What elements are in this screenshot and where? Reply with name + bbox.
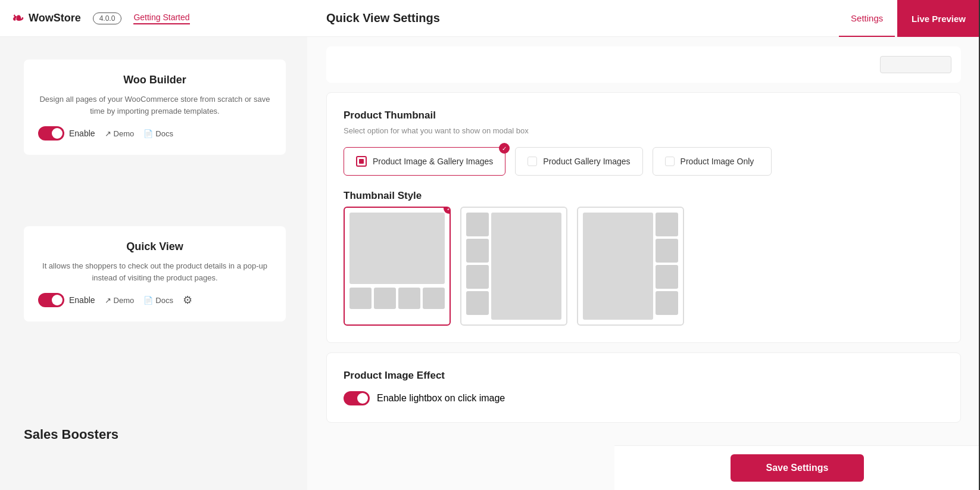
selected-thumb-icon [356,156,367,167]
style3-side-thumb-1 [656,213,678,236]
quick-view-settings-icon[interactable]: ⚙ [183,294,192,307]
lightbox-toggle-label: Enable lightbox on click image [377,393,505,404]
woo-builder-actions: Enable ↗ Demo 📄 Docs [38,126,271,141]
thumbnail-style-2[interactable] [460,207,567,326]
external-link-icon-2: ↗ [105,296,111,305]
tab-settings[interactable]: Settings [839,0,895,37]
style3-layout [583,213,678,320]
logo-text: WowStore [29,12,81,24]
doc-icon: 📄 [143,129,153,138]
thumbnail-option-gallery[interactable]: Product Gallery Images [515,147,642,176]
style2-side-thumbs [466,213,489,320]
effect-section-title: Product Image Effect [344,370,944,382]
lightbox-toggle[interactable] [344,391,370,405]
product-thumbnail-section: Product Thumbnail Select option for what… [326,92,961,343]
style3-main-image [583,213,653,320]
quick-view-actions: Enable ↗ Demo 📄 Docs ⚙ [38,293,271,307]
thumbnail-style-title: Thumbnail Style [344,190,944,202]
thumbnail-option-label-1: Product Image & Gallery Images [373,157,493,166]
quick-view-card: Quick View It allows the shoppers to che… [24,226,286,322]
quick-view-demo-link[interactable]: ↗ Demo [105,296,135,305]
quick-view-enable-label: Enable [69,295,95,305]
style3-side-thumbs [656,213,678,320]
doc-icon-2: 📄 [143,296,153,305]
quick-view-docs-link[interactable]: 📄 Docs [143,296,173,305]
panel-header: Quick View Settings Settings Design Live… [307,0,980,37]
style3-side-thumb-3 [656,265,678,289]
quick-view-toggle-wrap: Enable [38,293,95,307]
quick-view-toggle[interactable] [38,293,64,307]
thumbnail-options: ✓ Product Image & Gallery Images Product… [344,147,944,176]
thumbnail-style-options: ✓ [344,207,944,326]
lightbox-toggle-row: Enable lightbox on click image [344,391,944,405]
woo-builder-demo-link[interactable]: ↗ Demo [105,129,135,138]
style3-side-thumb-2 [656,239,678,263]
thumb-icon-inner [359,159,364,164]
logo-icon: ❧ [12,10,24,27]
style1-thumbs-row [349,288,445,309]
external-link-icon: ↗ [105,129,111,138]
style2-side-thumb-1 [466,213,489,236]
panel-body: Product Thumbnail Select option for what… [307,37,980,490]
woo-builder-docs-link[interactable]: 📄 Docs [143,129,173,138]
thumbnail-style-3[interactable] [577,207,684,326]
quick-view-settings-panel: Quick View Settings Settings Design Live… [307,0,980,490]
style1-main-image [349,213,445,284]
woo-builder-toggle[interactable] [38,126,64,141]
woo-builder-desc: Design all pages of your WooCommerce sto… [38,93,271,117]
getting-started-link[interactable]: Getting Started [133,13,189,24]
style1-checkmark: ✓ [444,207,451,214]
live-preview-button[interactable]: Live Preview [897,0,980,37]
quick-view-desc: It allows the shoppers to check out the … [38,260,271,283]
logo-wrap: ❧ WowStore [12,10,81,27]
style2-main-image [491,213,561,320]
style2-side-thumb-4 [466,291,489,315]
partial-input-field[interactable] [880,56,951,73]
thumbnail-style-subsection: Thumbnail Style ✓ [344,190,944,326]
product-thumbnail-subtitle: Select option for what you want to show … [344,126,944,135]
top-navigation: ❧ WowStore 4.0.0 Getting Started [0,0,307,37]
sales-boosters-label: Sales Boosters [24,427,118,442]
quick-view-title: Quick View [38,241,271,253]
style3-side-thumb-4 [656,291,678,315]
product-thumbnail-title: Product Thumbnail [344,110,944,121]
style1-thumb-2 [374,288,396,309]
selected-checkmark: ✓ [499,143,510,154]
thumbnail-option-label-2: Product Gallery Images [543,157,630,166]
woo-builder-enable-label: Enable [69,129,95,138]
save-settings-bar: Save Settings [614,445,980,490]
style2-side-thumb-3 [466,265,489,289]
woo-builder-title: Woo Builder [38,74,271,86]
partial-top-card [326,46,961,83]
version-badge: 4.0.0 [93,13,122,24]
style1-thumb-3 [398,288,420,309]
save-settings-button[interactable]: Save Settings [731,454,864,482]
thumbnail-option-image-gallery[interactable]: ✓ Product Image & Gallery Images [344,147,505,176]
woo-builder-card: Woo Builder Design all pages of your Woo… [24,60,286,155]
gallery-checkbox [528,157,537,166]
thumbnail-style-1[interactable]: ✓ [344,207,451,326]
product-image-effect-section: Product Image Effect Enable lightbox on … [326,352,961,423]
style1-thumb-4 [423,288,445,309]
thumbnail-option-image-only[interactable]: Product Image Only [653,147,772,176]
style2-layout [466,213,561,320]
panel-title: Quick View Settings [326,11,839,25]
image-only-checkbox [665,157,675,166]
thumbnail-option-label-3: Product Image Only [681,157,754,166]
style2-side-thumb-2 [466,239,489,263]
woo-builder-toggle-wrap: Enable [38,126,95,141]
style1-thumb-1 [349,288,372,309]
